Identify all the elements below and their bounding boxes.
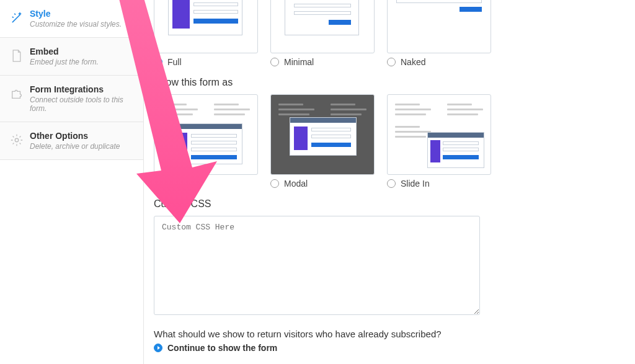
radio-label: Continue to show the form: [167, 343, 277, 353]
embed-row: Inline Modal: [154, 94, 625, 189]
thumbnail-slidein: [387, 94, 491, 175]
radio-icon: [270, 58, 279, 66]
embed-option-inline[interactable]: Inline: [154, 94, 259, 189]
sidebar-item-text: Style Customize the visual styles.: [30, 9, 136, 29]
radio-icon: [270, 179, 279, 188]
radio-icon: [154, 58, 162, 66]
sidebar-item-text: Embed Embed just the form.: [30, 47, 136, 66]
settings-sidebar: Style Customize the visual styles. Embed…: [0, 0, 144, 364]
radio-label: Modal: [284, 179, 308, 189]
return-visitors-question: What should we show to return visitors w…: [154, 329, 625, 339]
thumbnail-inline: [154, 94, 258, 175]
sidebar-item-text: Other Options Delete, archive or duplica…: [30, 131, 136, 151]
thumbnail-minimal: [270, 0, 375, 53]
radio-label: Naked: [401, 57, 425, 67]
custom-css-textarea[interactable]: [154, 216, 480, 315]
embed-option-modal[interactable]: Modal: [270, 94, 376, 189]
sidebar-item-other[interactable]: Other Options Delete, archive or duplica…: [0, 122, 143, 160]
radio-icon: [387, 58, 396, 66]
sidebar-item-title: Embed: [30, 47, 136, 56]
radio-icon: [154, 179, 162, 188]
show-as-label: Show this form as: [154, 77, 625, 88]
radio-full[interactable]: Full: [154, 57, 259, 67]
format-option-full[interactable]: Full: [154, 0, 259, 67]
wand-icon: [9, 10, 25, 26]
format-row: Full Minimal: [154, 0, 625, 67]
sidebar-item-sub: Embed just the form.: [30, 58, 136, 66]
radio-modal[interactable]: Modal: [270, 179, 376, 189]
radio-icon: [387, 179, 396, 188]
sidebar-item-sub: Connect outside tools to this form.: [30, 95, 136, 113]
main-panel: Full Minimal: [144, 0, 635, 364]
radio-label: Slide In: [401, 179, 430, 189]
sidebar-item-embed[interactable]: Embed Embed just the form.: [0, 38, 143, 76]
radio-label: Full: [167, 57, 182, 67]
sidebar-item-text: Form Integrations Connect outside tools …: [30, 84, 136, 113]
svg-point-0: [15, 138, 19, 142]
sidebar-item-title: Other Options: [30, 131, 136, 141]
thumbnail-naked: [387, 0, 491, 53]
gear-icon: [9, 132, 25, 148]
radio-minimal[interactable]: Minimal: [270, 57, 376, 67]
sidebar-item-sub: Delete, archive or duplicate: [30, 142, 136, 151]
radio-continue-show[interactable]: Continue to show the form: [154, 343, 625, 353]
file-icon: [9, 48, 25, 64]
sidebar-item-sub: Customize the visual styles.: [30, 20, 136, 29]
puzzle-icon: [9, 86, 25, 102]
thumbnail-modal: [270, 94, 375, 175]
format-option-minimal[interactable]: Minimal: [270, 0, 376, 67]
embed-option-slidein[interactable]: Slide In: [387, 94, 492, 189]
radio-slidein[interactable]: Slide In: [387, 179, 492, 189]
format-option-naked[interactable]: Naked: [387, 0, 492, 67]
radio-naked[interactable]: Naked: [387, 57, 492, 67]
sidebar-item-title: Form Integrations: [30, 84, 136, 94]
radio-label: Inline: [167, 179, 188, 189]
radio-icon: [154, 344, 162, 352]
sidebar-item-style[interactable]: Style Customize the visual styles.: [0, 0, 143, 38]
sidebar-item-integrations[interactable]: Form Integrations Connect outside tools …: [0, 76, 143, 122]
radio-label: Minimal: [284, 57, 314, 67]
custom-css-label: Custom CSS: [154, 198, 625, 210]
radio-inline[interactable]: Inline: [154, 179, 259, 189]
sidebar-item-title: Style: [30, 9, 136, 19]
thumbnail-full: [154, 0, 258, 53]
